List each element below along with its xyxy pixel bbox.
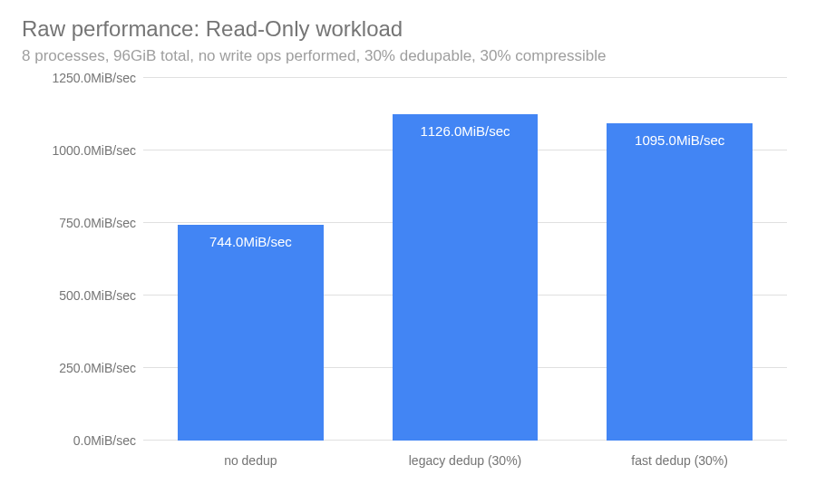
bar-value-label: 1126.0MiB/sec [420,123,510,139]
bar-fast-dedup: 1095.0MiB/sec [607,123,753,441]
chart-subtitle: 8 processes, 96GiB total, no write ops p… [22,47,805,65]
bar-value-label: 744.0MiB/sec [209,234,292,249]
y-tick-label: 1250.0MiB/sec [27,71,136,85]
bar-legacy-dedup: 1126.0MiB/sec [393,114,539,441]
x-axis-ticks: no dedup legacy dedup (30%) fast dedup (… [143,444,787,477]
bar-no-dedup: 744.0MiB/sec [178,225,324,441]
x-tick-label: fast dedup (30%) [572,444,787,477]
bar-slot: 1095.0MiB/sec [572,78,787,441]
chart-area: 1250.0MiB/sec 1000.0MiB/sec 750.0MiB/sec… [25,78,805,477]
bars-container: 744.0MiB/sec 1126.0MiB/sec 1095.0MiB/sec [143,78,787,441]
y-tick-label: 0.0MiB/sec [27,433,136,448]
x-tick-label: no dedup [143,444,358,477]
y-tick-label: 500.0MiB/sec [27,288,136,303]
y-tick-label: 1000.0MiB/sec [27,143,136,158]
y-tick-label: 750.0MiB/sec [27,216,136,230]
x-tick-label: legacy dedup (30%) [358,444,573,477]
bar-value-label: 1095.0MiB/sec [635,132,724,148]
bar-slot: 744.0MiB/sec [143,78,358,441]
chart-title: Raw performance: Read-Only workload [22,16,805,42]
bar-slot: 1126.0MiB/sec [358,78,573,441]
y-axis-ticks: 1250.0MiB/sec 1000.0MiB/sec 750.0MiB/sec… [25,78,141,441]
y-tick-label: 250.0MiB/sec [27,361,136,375]
plot-area: 744.0MiB/sec 1126.0MiB/sec 1095.0MiB/sec [143,78,787,441]
